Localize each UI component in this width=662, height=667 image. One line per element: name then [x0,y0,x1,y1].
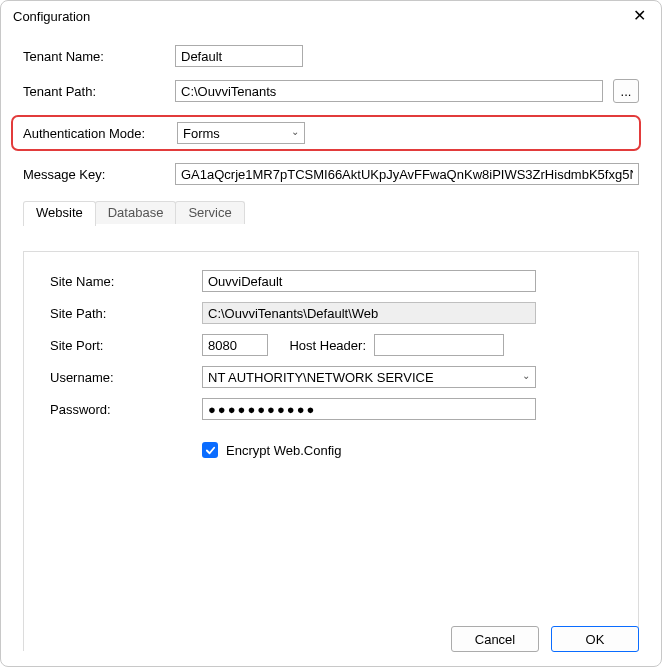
cancel-button[interactable]: Cancel [451,626,539,652]
tenant-name-row: Tenant Name: [23,45,639,67]
tenant-path-input[interactable] [175,80,603,102]
site-port-input[interactable] [202,334,268,356]
message-key-row: Message Key: [23,163,639,185]
site-path-label: Site Path: [50,306,202,321]
tenant-path-browse-button[interactable]: ... [613,79,639,103]
tenant-name-label: Tenant Name: [23,49,175,64]
message-key-label: Message Key: [23,167,175,182]
encrypt-row: Encrypt Web.Config [202,442,612,458]
host-header-label: Host Header: [268,338,374,353]
window-title: Configuration [13,9,90,24]
username-select[interactable] [202,366,536,388]
username-label: Username: [50,370,202,385]
tab-strip: Website Database Service [23,201,639,225]
ok-button[interactable]: OK [551,626,639,652]
site-name-label: Site Name: [50,274,202,289]
site-path-input[interactable] [202,302,536,324]
host-header-input[interactable] [374,334,504,356]
tab-panel-website: Site Name: Site Path: Site Port: Host He… [24,251,638,651]
dialog-footer: Cancel OK [451,626,639,652]
encrypt-checkbox[interactable] [202,442,218,458]
title-bar: Configuration ✕ [1,1,661,31]
message-key-input[interactable] [175,163,639,185]
auth-mode-row: Authentication Mode: ⌄ [11,115,641,151]
close-icon[interactable]: ✕ [627,8,651,24]
tab-website[interactable]: Website [23,201,96,226]
password-label: Password: [50,402,202,417]
dialog-body: Tenant Name: Tenant Path: ... Authentica… [1,31,661,665]
site-name-input[interactable] [202,270,536,292]
auth-mode-select[interactable] [177,122,305,144]
tenant-path-row: Tenant Path: ... [23,79,639,103]
encrypt-label: Encrypt Web.Config [226,443,341,458]
site-port-label: Site Port: [50,338,202,353]
auth-mode-label: Authentication Mode: [23,126,177,141]
checkmark-icon [205,445,216,456]
tab-service[interactable]: Service [175,201,244,224]
tenant-path-label: Tenant Path: [23,84,175,99]
tenant-name-input[interactable] [175,45,303,67]
password-input[interactable] [202,398,536,420]
tab-database[interactable]: Database [95,201,177,224]
